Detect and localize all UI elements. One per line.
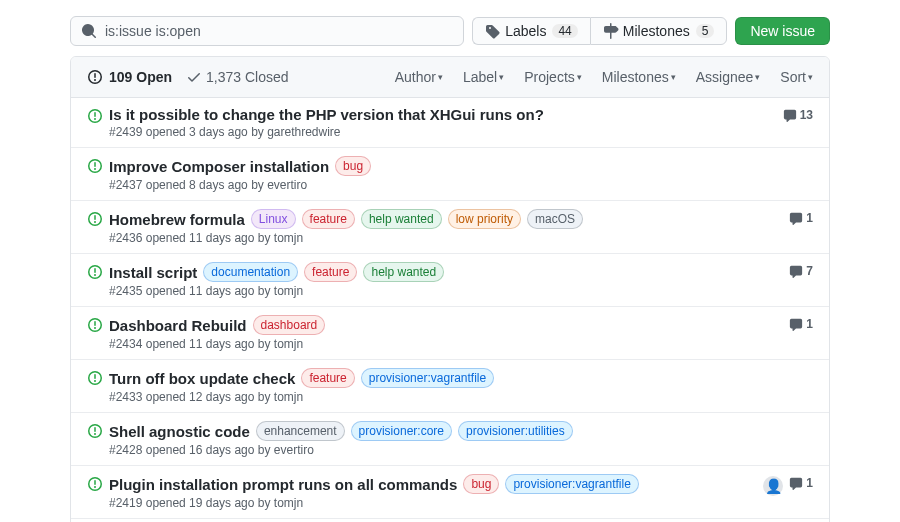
filters: Author▾ Label▾ Projects▾ Milestones▾ Ass… [395, 69, 813, 85]
tag-icon [485, 23, 501, 39]
labels-label: Labels [505, 23, 546, 39]
issue-label[interactable]: bug [335, 156, 371, 176]
issue-row: Is it possible to change the PHP version… [71, 98, 829, 148]
open-tab[interactable]: 109 Open [87, 69, 172, 85]
filter-author[interactable]: Author▾ [395, 69, 443, 85]
issue-title-link[interactable]: Plugin installation prompt runs on all c… [109, 476, 457, 493]
filter-label[interactable]: Label▾ [463, 69, 504, 85]
issue-label[interactable]: help wanted [363, 262, 444, 282]
issue-open-icon [87, 474, 103, 510]
issue-meta: #2433 opened 12 days ago by tomjn [109, 390, 813, 404]
issue-title-link[interactable]: Improve Composer installation [109, 158, 329, 175]
chevron-down-icon: ▾ [499, 72, 504, 82]
issue-meta: #2428 opened 16 days ago by evertiro [109, 443, 813, 457]
check-icon [186, 69, 202, 85]
milestones-button[interactable]: Milestones 5 [590, 17, 728, 45]
labels-count: 44 [552, 24, 577, 38]
comments-count: 13 [800, 108, 813, 122]
issue-title-link[interactable]: Is it possible to change the PHP version… [109, 106, 544, 123]
issue-label[interactable]: provisioner:vagrantfile [361, 368, 494, 388]
comments-link[interactable]: 13 [783, 108, 813, 122]
comments-link[interactable]: 7 [789, 264, 813, 278]
issue-title-link[interactable]: Shell agnostic code [109, 423, 250, 440]
issue-meta: #2439 opened 3 days ago by garethredwire [109, 125, 783, 139]
issue-label[interactable]: documentation [203, 262, 298, 282]
issue-meta: #2434 opened 11 days ago by tomjn [109, 337, 789, 351]
issue-meta: #2436 opened 11 days ago by tomjn [109, 231, 789, 245]
chevron-down-icon: ▾ [438, 72, 443, 82]
filter-milestones[interactable]: Milestones▾ [602, 69, 676, 85]
issues-list: Is it possible to change the PHP version… [71, 98, 829, 522]
labels-milestones-group: Labels 44 Milestones 5 [472, 17, 727, 45]
comments-link[interactable]: 1 [789, 476, 813, 490]
issue-open-icon [87, 209, 103, 245]
closed-tab[interactable]: 1,373 Closed [186, 69, 289, 85]
issue-row: Turn off box update check featureprovisi… [71, 360, 829, 413]
issue-label[interactable]: Linux [251, 209, 296, 229]
issue-open-icon [87, 262, 103, 298]
comments-count: 1 [806, 317, 813, 331]
issue-label[interactable]: feature [301, 368, 354, 388]
milestones-count: 5 [696, 24, 715, 38]
issues-box: 109 Open 1,373 Closed Author▾ Label▾ Pro… [70, 56, 830, 522]
issue-title-link[interactable]: Install script [109, 264, 197, 281]
comments-count: 1 [806, 476, 813, 490]
chevron-down-icon: ▾ [808, 72, 813, 82]
comments-link[interactable]: 1 [789, 211, 813, 225]
issue-open-icon [87, 421, 103, 457]
comments-link[interactable]: 1 [789, 317, 813, 331]
issue-open-icon [87, 368, 103, 404]
milestones-label: Milestones [623, 23, 690, 39]
labels-button[interactable]: Labels 44 [472, 17, 590, 45]
issue-label[interactable]: macOS [527, 209, 583, 229]
chevron-down-icon: ▾ [671, 72, 676, 82]
issue-title-link[interactable]: Dashboard Rebuild [109, 317, 247, 334]
issue-row: Homebrew formula Linuxfeaturehelp wanted… [71, 201, 829, 254]
issue-row: Improve Composer installation bug #2437 … [71, 148, 829, 201]
issue-label[interactable]: enhancement [256, 421, 345, 441]
issue-label[interactable]: feature [304, 262, 357, 282]
issue-meta: #2435 opened 11 days ago by tomjn [109, 284, 789, 298]
filter-assignee[interactable]: Assignee▾ [696, 69, 761, 85]
assignee-avatar[interactable]: 👤 [763, 476, 783, 496]
issue-label[interactable]: dashboard [253, 315, 326, 335]
issue-row: Shell agnostic code enhancementprovision… [71, 413, 829, 466]
issue-meta: #2437 opened 8 days ago by evertiro [109, 178, 813, 192]
issue-label[interactable]: provisioner:vagrantfile [505, 474, 638, 494]
chevron-down-icon: ▾ [577, 72, 582, 82]
closed-count-text: 1,373 Closed [206, 69, 289, 85]
open-count-text: 109 Open [109, 69, 172, 85]
issue-open-icon [87, 156, 103, 192]
comments-count: 7 [806, 264, 813, 278]
issue-open-icon [87, 106, 103, 139]
issue-label[interactable]: bug [463, 474, 499, 494]
issue-row: Dashboard Rebuild dashboard #2434 opened… [71, 307, 829, 360]
issue-label[interactable]: feature [302, 209, 355, 229]
comments-count: 1 [806, 211, 813, 225]
issue-row: Install script documentationfeaturehelp … [71, 254, 829, 307]
issue-label[interactable]: provisioner:core [351, 421, 452, 441]
issue-label[interactable]: provisioner:utilities [458, 421, 573, 441]
issue-label[interactable]: low priority [448, 209, 521, 229]
search-icon [81, 23, 97, 39]
issue-open-icon [87, 315, 103, 351]
issue-title-link[interactable]: Turn off box update check [109, 370, 295, 387]
subnav: Labels 44 Milestones 5 New issue [70, 0, 830, 56]
filter-projects[interactable]: Projects▾ [524, 69, 582, 85]
issue-meta: #2419 opened 19 days ago by tomjn [109, 496, 763, 510]
issue-row: Plugin installation prompt runs on all c… [71, 466, 829, 519]
issues-header: 109 Open 1,373 Closed Author▾ Label▾ Pro… [71, 57, 829, 98]
new-issue-button[interactable]: New issue [735, 17, 830, 45]
filter-sort[interactable]: Sort▾ [780, 69, 813, 85]
milestone-icon [603, 23, 619, 39]
chevron-down-icon: ▾ [755, 72, 760, 82]
issue-label[interactable]: help wanted [361, 209, 442, 229]
issue-title-link[interactable]: Homebrew formula [109, 211, 245, 228]
search-wrap[interactable] [70, 16, 464, 46]
search-input[interactable] [103, 22, 453, 40]
issue-open-icon [87, 69, 103, 85]
